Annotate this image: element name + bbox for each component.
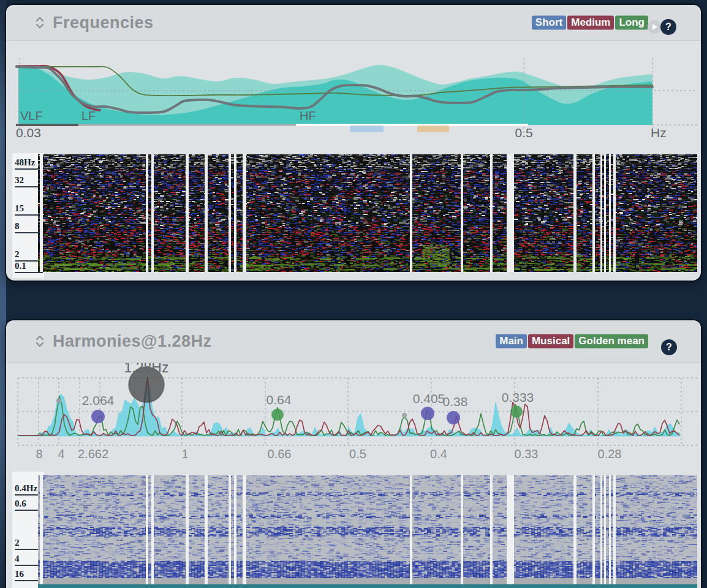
- frequencies-chart[interactable]: VLFLFHF0.030.5Hz: [6, 40, 701, 154]
- harmonies-title: Harmonies@1.28Hz: [53, 332, 211, 351]
- harmonies-series-legend: Main Musical Golden mean: [496, 334, 648, 349]
- marker-0.405[interactable]: [421, 407, 434, 420]
- main-area: [18, 382, 680, 436]
- frequencies-help-button[interactable]: ?: [660, 19, 676, 35]
- minor-peak-dot: [56, 398, 61, 403]
- marker-0.38[interactable]: [447, 411, 460, 424]
- x-tick-label: 4: [58, 447, 64, 461]
- x-tick-label: 2.662: [78, 447, 108, 461]
- harmonies-header: Harmonies@1.28Hz Main Musical Golden mea…: [6, 320, 701, 363]
- marker-label: 0.64: [267, 393, 292, 407]
- x-tick-label: 0.5: [349, 447, 366, 461]
- harmonies-chart[interactable]: 2.0640.640.4050.380.3331.28Hz842.66210.6…: [6, 363, 701, 472]
- hrv-analysis-app: Frequencies Short Medium Long ? 48Hz3215…: [0, 0, 707, 588]
- range-marker[interactable]: [350, 126, 384, 132]
- x-tick-label: 0.4: [430, 447, 447, 461]
- collapse-expand-icon[interactable]: [34, 334, 45, 349]
- marker-label: 0.333: [502, 390, 534, 404]
- x-tick-label: 8: [36, 447, 42, 461]
- harmonies-help-button[interactable]: ?: [661, 339, 677, 355]
- play-button[interactable]: [648, 20, 661, 34]
- range-marker[interactable]: [417, 126, 449, 132]
- band-label: LF: [81, 109, 96, 123]
- x-tick-label: 0.33: [515, 447, 539, 461]
- marker-0.333[interactable]: [510, 405, 523, 418]
- marker-2.064[interactable]: [91, 410, 105, 423]
- legend-chip-golden-mean[interactable]: Golden mean: [575, 334, 648, 349]
- legend-chip-short[interactable]: Short: [532, 16, 566, 30]
- marker-label: 0.405: [413, 391, 445, 405]
- legend-chip-medium[interactable]: Medium: [567, 16, 614, 30]
- legend-chip-main[interactable]: Main: [496, 334, 527, 349]
- band-label: HF: [300, 109, 316, 123]
- legend-chip-long[interactable]: Long: [615, 16, 648, 30]
- x-tick-label: 0.66: [268, 447, 292, 461]
- x-tick-label: 1: [181, 447, 188, 461]
- frequencies-header: Frequencies Short Medium Long ?: [6, 5, 701, 41]
- x-tick-label: 0.28: [598, 447, 622, 461]
- marker-label: 2.064: [82, 393, 115, 407]
- frequencies-title: Frequencies: [53, 13, 154, 32]
- play-icon: [652, 24, 658, 30]
- legend-chip-musical[interactable]: Musical: [528, 334, 573, 349]
- minor-peak-dot: [402, 413, 407, 418]
- marker-label: 0.38: [443, 394, 468, 409]
- harmonies-spectrogram[interactable]: [38, 475, 697, 588]
- band-label: VLF: [20, 109, 43, 123]
- frequencies-time-window-legend: Short Medium Long: [532, 16, 648, 30]
- frequencies-spectrogram[interactable]: [38, 154, 697, 272]
- x-tick-label: 0.5: [515, 126, 532, 140]
- marker-0.64[interactable]: [271, 409, 284, 421]
- x-tick-label: 0.03: [16, 126, 41, 140]
- collapse-expand-icon[interactable]: [34, 15, 45, 30]
- x-tick-label: Hz: [651, 126, 667, 140]
- selected-frequency-label: 1.28Hz: [124, 363, 169, 375]
